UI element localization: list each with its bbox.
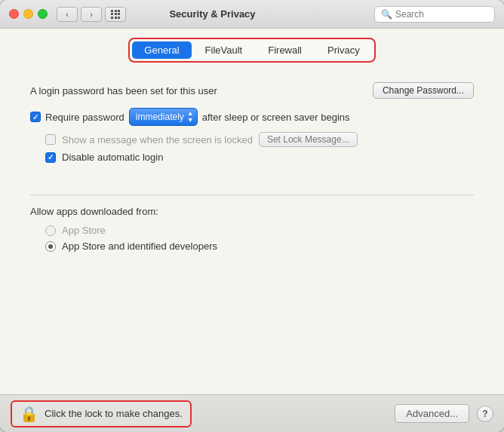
bottom-bar: 🔒 Click the lock to make changes. Advanc…: [0, 394, 504, 432]
maximize-button[interactable]: [38, 9, 48, 19]
immediately-value: immediately: [136, 112, 184, 122]
require-password-label: Require password: [45, 112, 124, 123]
require-password-row: Require password immediately ▲ ▼ after s…: [30, 108, 474, 126]
lock-icon[interactable]: 🔒: [20, 405, 38, 423]
allow-apps-title: Allow apps downloaded from:: [30, 206, 474, 217]
login-password-text: A login password has been set for this u…: [30, 85, 217, 97]
search-bar[interactable]: 🔍: [374, 6, 495, 23]
help-button[interactable]: ?: [477, 406, 493, 422]
search-input[interactable]: [395, 9, 488, 20]
after-sleep-text: after sleep or screen saver begins: [202, 112, 350, 123]
tabs-container: General FileVault Firewall Privacy: [0, 29, 504, 69]
app-store-identified-radio[interactable]: [45, 241, 56, 252]
app-store-radio-row: App Store: [45, 225, 474, 236]
change-password-button[interactable]: Change Password...: [373, 82, 474, 99]
tab-filevault[interactable]: FileVault: [193, 41, 255, 59]
title-bar: ‹ › Security & Privacy 🔍: [0, 0, 504, 29]
advanced-button[interactable]: Advanced...: [395, 404, 469, 423]
app-store-label: App Store: [62, 225, 106, 236]
tab-privacy[interactable]: Privacy: [315, 41, 372, 59]
lock-text: Click the lock to make changes.: [45, 408, 183, 419]
immediately-dropdown[interactable]: immediately ▲ ▼: [129, 108, 198, 126]
traffic-lights: [9, 9, 48, 19]
security-privacy-window: ‹ › Security & Privacy 🔍 General FileVau…: [0, 0, 504, 432]
tab-general[interactable]: General: [132, 41, 191, 59]
main-content: A login password has been set for this u…: [0, 69, 504, 394]
show-message-row: Show a message when the screen is locked…: [45, 132, 474, 147]
dropdown-arrows-icon: ▲ ▼: [187, 110, 194, 124]
login-password-row: A login password has been set for this u…: [30, 82, 474, 99]
close-button[interactable]: [9, 9, 19, 19]
tab-firewall[interactable]: Firewall: [256, 41, 314, 59]
require-password-checkbox[interactable]: [30, 112, 41, 122]
search-icon: 🔍: [381, 9, 392, 20]
show-message-label: Show a message when the screen is locked: [62, 134, 253, 146]
show-message-checkbox[interactable]: [45, 134, 56, 145]
minimize-button[interactable]: [23, 9, 33, 19]
app-store-identified-radio-row: App Store and identified developers: [45, 241, 474, 252]
password-section: A login password has been set for this u…: [30, 76, 474, 179]
disable-login-row: Disable automatic login: [45, 152, 474, 163]
tabs-wrapper: General FileVault Firewall Privacy: [128, 38, 375, 63]
set-lock-message-button[interactable]: Set Lock Message...: [259, 132, 358, 147]
disable-login-label: Disable automatic login: [62, 152, 163, 163]
app-store-radio[interactable]: [45, 225, 56, 236]
disable-login-checkbox[interactable]: [45, 152, 56, 163]
app-store-identified-label: App Store and identified developers: [62, 241, 217, 252]
lock-section: 🔒 Click the lock to make changes.: [11, 400, 192, 427]
allow-apps-section: Allow apps downloaded from: App Store Ap…: [30, 195, 474, 256]
window-title: Security & Privacy: [51, 8, 374, 20]
